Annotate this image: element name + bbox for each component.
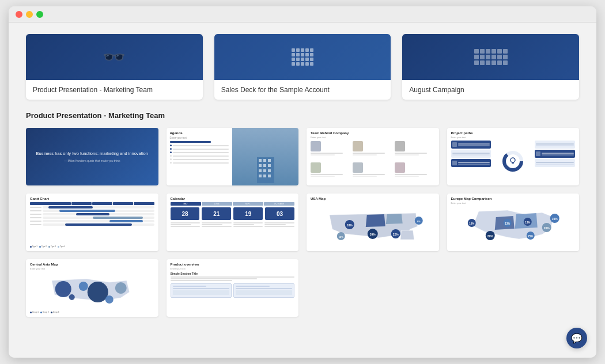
slide-10[interactable]: Product overview Enter your text Simple … (167, 259, 299, 317)
traffic-lights (16, 11, 43, 18)
slide-8[interactable]: Europe Map Comparison Enter your text 10… (447, 194, 580, 251)
card-label-1: Product Presentation - Marketing Team (26, 80, 203, 100)
slide-1[interactable]: Business has only two functions: marketi… (26, 128, 158, 185)
svg-text:13%: 13% (525, 221, 530, 224)
slide-3-title: Team Behind Company (311, 131, 435, 135)
cal-num-2: 21 (213, 211, 220, 217)
card-august-campaign[interactable]: August Campaign (402, 34, 579, 100)
card-thumbnail-2 (214, 34, 391, 80)
cal-num-1: 28 (181, 211, 188, 217)
gantt-rows (30, 206, 154, 244)
svg-text:22%: 22% (393, 233, 399, 236)
slide-7[interactable]: USA Map 18% 8 (307, 194, 439, 251)
thumbnail-overlay-2 (214, 34, 391, 80)
svg-rect-5 (263, 164, 266, 167)
app-window: 🕶️ Product Presentation - Marketing Team (9, 6, 596, 358)
svg-rect-2 (263, 159, 266, 162)
svg-rect-9 (268, 169, 271, 172)
svg-rect-17 (512, 162, 514, 164)
svg-point-47 (69, 294, 75, 300)
team-member-5 (353, 162, 393, 182)
cal-num-4: 03 (277, 211, 283, 217)
thumbnail-overlay-1: 🕶️ (26, 34, 203, 80)
team-member-3 (395, 141, 435, 161)
minimize-button[interactable] (26, 11, 33, 18)
svg-rect-11 (263, 175, 266, 177)
svg-text:20%: 20% (543, 226, 550, 230)
slide-1-sub: — Milan Kundera quote that make you thin… (36, 159, 148, 162)
usa-map: 18% 8% 22% 12% 39% (311, 202, 435, 248)
svg-point-46 (105, 295, 114, 304)
slide-2[interactable]: Agenda Enter your text (167, 128, 299, 185)
svg-text:18%: 18% (347, 223, 353, 227)
svg-rect-7 (259, 169, 262, 172)
svg-rect-3 (268, 159, 271, 162)
slide-10-title: Product overview (171, 263, 295, 266)
svg-rect-10 (259, 175, 262, 177)
card-sales-deck[interactable]: Sales Deck for the Sample Account (214, 34, 391, 100)
team-grid (311, 141, 435, 182)
slide-3[interactable]: Team Behind Company Enter your text (307, 128, 439, 185)
chat-icon: 💬 (571, 333, 583, 344)
card-label-3: August Campaign (402, 80, 579, 100)
slide-5-title: Gantt Chart (30, 197, 154, 200)
slide-2-sub: Enter your text (170, 136, 229, 139)
slide-grid: Business has only two functions: marketi… (26, 128, 579, 317)
slide-1-title: Business has only two functions: marketi… (36, 151, 148, 157)
team-member-1 (311, 141, 351, 161)
slide-9[interactable]: Central Asia Map Enter your text (26, 259, 158, 317)
svg-rect-6 (268, 164, 271, 167)
slide-9-title: Central Asia Map (30, 263, 154, 266)
slide-4-sub: Enter your text (451, 136, 576, 139)
svg-text:15%: 15% (551, 217, 558, 221)
chat-button[interactable]: 💬 (566, 328, 587, 348)
top-cards-section: 🕶️ Product Presentation - Marketing Team (26, 34, 579, 100)
slide-7-title: USA Map (311, 197, 435, 200)
cal-num-3: 19 (245, 211, 251, 217)
slide-4[interactable]: Project paths Enter your text (447, 128, 580, 185)
card-thumbnail-1: 🕶️ (26, 34, 203, 80)
section-title: Product Presentation - Marketing Team (26, 111, 579, 120)
card-label-2: Sales Deck for the Sample Account (214, 80, 391, 100)
maximize-button[interactable] (36, 11, 43, 18)
building-image (232, 128, 298, 185)
svg-text:29%: 29% (487, 234, 493, 238)
svg-rect-4 (259, 164, 262, 167)
svg-rect-12 (268, 175, 271, 177)
svg-point-45 (115, 282, 127, 294)
svg-text:25%: 25% (528, 235, 533, 238)
svg-rect-1 (259, 159, 262, 162)
svg-point-44 (88, 282, 108, 302)
slide-10-section: Simple Section Title (171, 272, 295, 275)
close-button[interactable] (16, 11, 22, 18)
svg-point-43 (79, 282, 88, 291)
product-mockups (171, 283, 295, 298)
slide-2-title: Agenda (170, 131, 229, 135)
slide-6[interactable]: Calendar MAY JUNE SEPT. OCTOBER 28 21 19… (167, 194, 299, 251)
svg-rect-8 (263, 169, 266, 172)
slide-4-title: Project paths (451, 131, 576, 135)
team-member-4 (311, 162, 351, 182)
slide-10-sub: Enter your text (171, 267, 295, 270)
svg-text:12%: 12% (339, 236, 343, 238)
svg-text:8%: 8% (417, 220, 421, 223)
thumbnail-overlay-3 (402, 34, 579, 80)
svg-text:39%: 39% (370, 233, 376, 236)
team-member-2 (353, 141, 393, 161)
team-member-6 (395, 162, 435, 182)
calendar-numbers: 28 21 19 03 (171, 207, 295, 220)
svg-text:13%: 13% (505, 222, 510, 225)
card-thumbnail-3 (402, 34, 579, 80)
slide-9-sub: Enter your text (30, 267, 154, 270)
slide-8-title: Europe Map Comparison (451, 197, 576, 200)
slide-5[interactable]: Gantt Chart (26, 194, 158, 251)
slide-6-title: Calendar (171, 197, 295, 200)
title-bar (9, 6, 596, 22)
main-content: 🕶️ Product Presentation - Marketing Team (9, 22, 596, 358)
svg-point-42 (55, 281, 71, 297)
card-product-presentation[interactable]: 🕶️ Product Presentation - Marketing Team (26, 34, 203, 100)
svg-text:10%: 10% (469, 222, 474, 225)
slide-3-sub: Enter your text (311, 136, 435, 139)
slide-8-sub: Enter your text (451, 202, 576, 204)
